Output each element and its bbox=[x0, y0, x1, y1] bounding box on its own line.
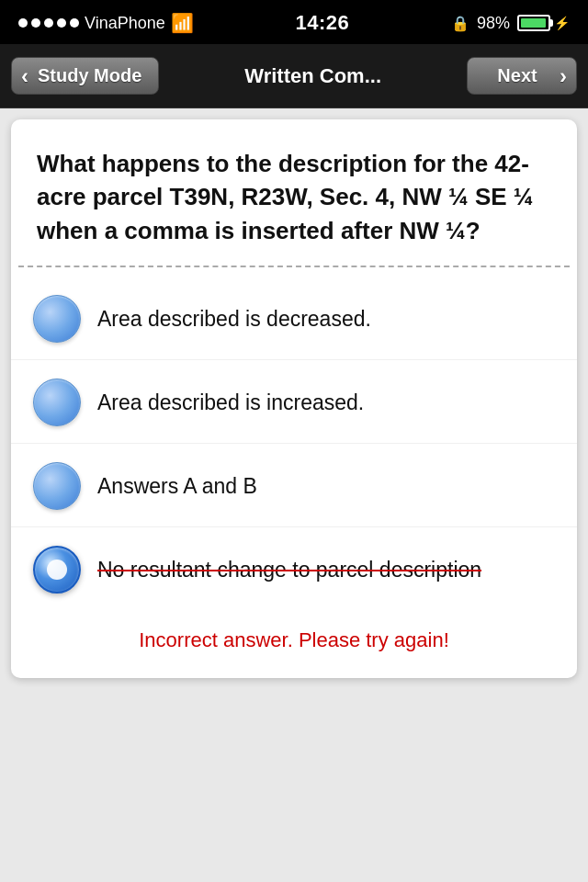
answer-item-c[interactable]: Answers A and B bbox=[11, 444, 577, 527]
signal-dot bbox=[31, 18, 40, 28]
answer-item-b[interactable]: Area described is increased. bbox=[11, 360, 577, 444]
battery-container: ⚡ bbox=[517, 15, 570, 31]
answer-text-b: Area described is increased. bbox=[97, 377, 555, 417]
answers-section: Area described is decreased. Area descri… bbox=[11, 267, 577, 610]
answer-text-a: Area described is decreased. bbox=[97, 293, 555, 334]
carrier-name: VinaPhone bbox=[85, 14, 165, 33]
quiz-card: What happens to the description for the … bbox=[11, 119, 577, 678]
next-button[interactable]: Next bbox=[467, 57, 577, 95]
battery-box bbox=[517, 15, 550, 31]
radio-d[interactable] bbox=[33, 546, 81, 594]
status-right: 🔒 98% ⚡ bbox=[451, 14, 570, 33]
nav-title: Written Com... bbox=[159, 64, 467, 88]
status-left: VinaPhone 📶 bbox=[18, 12, 194, 34]
answer-text-c: Answers A and B bbox=[97, 460, 555, 501]
status-bar: VinaPhone 📶 14:26 🔒 98% ⚡ bbox=[0, 0, 588, 44]
battery-fill bbox=[521, 18, 546, 28]
status-time: 14:26 bbox=[295, 11, 349, 35]
lock-icon: 🔒 bbox=[451, 15, 469, 32]
signal-dots bbox=[18, 18, 79, 28]
feedback-section: Incorrect answer. Please try again! bbox=[11, 610, 577, 678]
radio-a[interactable] bbox=[33, 295, 81, 343]
answer-item-d[interactable]: No resultant change to parcel descriptio… bbox=[11, 527, 577, 610]
answer-item-a[interactable]: Area described is decreased. bbox=[11, 277, 577, 360]
study-mode-button[interactable]: Study Mode bbox=[11, 57, 159, 95]
signal-dot bbox=[18, 18, 28, 28]
answer-text-d: No resultant change to parcel descriptio… bbox=[97, 544, 555, 584]
wifi-icon: 📶 bbox=[171, 12, 194, 34]
signal-dot bbox=[44, 18, 53, 28]
nav-bar: Study Mode Written Com... Next bbox=[0, 44, 588, 108]
feedback-text: Incorrect answer. Please try again! bbox=[33, 628, 555, 652]
content-area: What happens to the description for the … bbox=[0, 108, 588, 882]
radio-b[interactable] bbox=[33, 379, 81, 426]
signal-dot bbox=[70, 18, 79, 28]
charging-bolt: ⚡ bbox=[554, 16, 570, 30]
radio-c[interactable] bbox=[33, 462, 81, 510]
signal-dot bbox=[57, 18, 66, 28]
question-section: What happens to the description for the … bbox=[11, 119, 577, 266]
battery-percent: 98% bbox=[477, 14, 510, 33]
question-text: What happens to the description for the … bbox=[37, 147, 551, 247]
